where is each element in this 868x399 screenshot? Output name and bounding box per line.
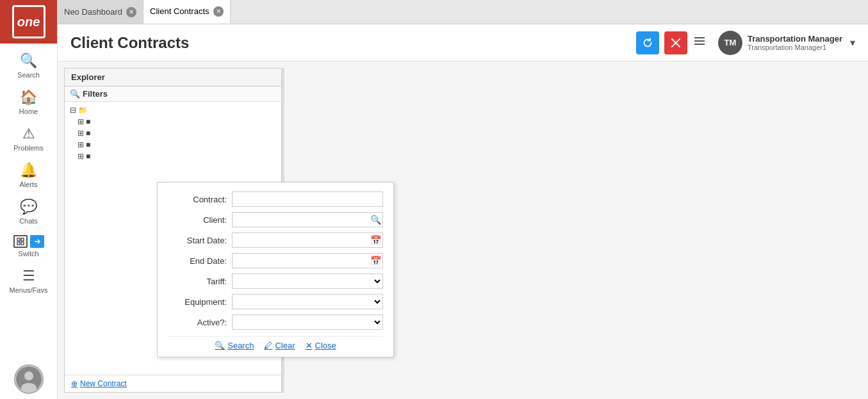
end-date-calendar-icon[interactable]: 📅	[370, 256, 381, 266]
search-filter-label: Search	[227, 341, 254, 350]
tree-sub-icon-4: ■	[86, 152, 90, 161]
main-content: Neo Dashboard ✕ Client Contracts ✕ Clien…	[58, 0, 868, 399]
search-filter-button[interactable]: 🔍 Search	[215, 341, 254, 350]
clear-filter-button[interactable]: 🖊 Clear	[264, 341, 295, 350]
clear-filter-label: Clear	[275, 341, 295, 350]
sidebar-item-chats[interactable]: 💬 Chats	[0, 192, 57, 229]
svg-rect-0	[17, 238, 20, 241]
menu-icon: ☰	[22, 268, 35, 284]
sidebar-item-problems-label: Problems	[13, 144, 43, 152]
switch-box-left	[13, 235, 28, 248]
tree-sub-icon-3: ■	[86, 140, 90, 149]
tab-neo-dashboard-label: Neo Dashboard	[64, 7, 122, 17]
tab-client-contracts-label: Client Contracts	[150, 6, 209, 16]
sidebar-item-search-label: Search	[17, 71, 40, 79]
user-info: TM Transportation Manager Transportation…	[718, 31, 855, 55]
page-title: Client Contracts	[70, 34, 636, 52]
clear-filter-icon: 🖊	[264, 341, 272, 350]
content-area: Explorer 🔍 Filters ⊟ 📁 ⊞ ■ ⊞ ■	[58, 61, 868, 399]
filter-row-equipment: Equipment:	[168, 294, 383, 309]
warning-icon: ⚠	[22, 126, 35, 142]
sidebar-item-alerts-label: Alerts	[19, 181, 37, 188]
tariff-select[interactable]	[232, 273, 383, 289]
new-contract-link[interactable]: ⊕ New Contract	[71, 379, 127, 388]
filter-row-end-date: End Date: 📅	[168, 253, 383, 268]
start-date-input-wrapper: 📅	[232, 232, 383, 248]
user-dropdown-arrow[interactable]: ▾	[850, 37, 855, 49]
sidebar: one 🔍 Search 🏠 Home ⚠ Problems 🔔 Alerts …	[0, 0, 58, 399]
filter-actions: 🔍 Search 🖊 Clear ✕ Close	[168, 336, 383, 350]
home-icon: 🏠	[20, 89, 37, 106]
header-bar: Client Contracts	[58, 24, 868, 61]
filters-label: Filters	[83, 89, 108, 99]
header-actions: TM Transportation Manager Transportation…	[636, 31, 855, 55]
end-date-input-wrapper: 📅	[232, 253, 383, 268]
end-date-input[interactable]	[232, 253, 383, 268]
refresh-button[interactable]	[636, 31, 659, 54]
sidebar-item-alerts[interactable]: 🔔 Alerts	[0, 156, 57, 192]
tree-expand-1: ⊞	[78, 117, 84, 126]
close-button[interactable]	[664, 31, 687, 54]
switch-box-right	[30, 235, 44, 248]
logo-box: one	[12, 5, 45, 38]
start-date-label: Start Date:	[168, 236, 232, 245]
explorer-header: Explorer	[65, 69, 281, 86]
chat-icon: 💬	[20, 199, 37, 215]
svg-rect-3	[21, 242, 24, 245]
sidebar-item-home[interactable]: 🏠 Home	[0, 83, 57, 119]
contract-label: Contract:	[168, 195, 232, 204]
explorer-title: Explorer	[71, 72, 105, 82]
tab-neo-dashboard[interactable]: Neo Dashboard ✕	[58, 0, 143, 24]
equipment-select[interactable]	[232, 294, 383, 309]
tree-expand-2: ⊞	[78, 129, 84, 138]
tab-neo-dashboard-close[interactable]: ✕	[126, 7, 136, 17]
tree-item-4[interactable]: ⊞ ■	[65, 151, 281, 162]
new-contract-label: New Contract	[80, 379, 127, 388]
tree-item-1[interactable]: ⊞ ■	[65, 116, 281, 127]
tree-expand-3: ⊞	[78, 140, 84, 149]
tab-bar: Neo Dashboard ✕ Client Contracts ✕	[58, 0, 868, 24]
client-input[interactable]	[232, 212, 383, 227]
sidebar-item-home-label: Home	[19, 108, 38, 115]
sidebar-item-search[interactable]: 🔍 Search	[0, 46, 57, 83]
avatar[interactable]	[14, 364, 44, 394]
client-search-icon[interactable]: 🔍	[370, 215, 381, 225]
tree-sub-icon-2: ■	[86, 129, 90, 138]
tab-client-contracts[interactable]: Client Contracts ✕	[143, 0, 230, 24]
user-name-block: Transportation Manager Transportation Ma…	[748, 34, 842, 51]
svg-rect-2	[17, 242, 20, 245]
sidebar-item-menus[interactable]: ☰ Menus/Favs	[0, 261, 57, 298]
search-filter-icon: 🔍	[215, 341, 225, 350]
new-contract-plus-icon: ⊕	[71, 379, 78, 388]
equipment-label: Equipment:	[168, 297, 232, 307]
sidebar-item-menus-label: Menus/Favs	[10, 286, 48, 294]
tree-expand-4: ⊞	[78, 152, 84, 161]
contract-input[interactable]	[232, 191, 383, 207]
filter-row-contract: Contract:	[168, 191, 383, 207]
filters-search-icon: 🔍	[70, 89, 80, 99]
start-date-calendar-icon[interactable]: 📅	[370, 235, 381, 245]
tree-item-2[interactable]: ⊞ ■	[65, 127, 281, 139]
start-date-input[interactable]	[232, 232, 383, 248]
user-name-main: Transportation Manager	[748, 34, 842, 44]
bell-icon: 🔔	[20, 162, 37, 179]
tree-folder-icon: 📁	[78, 106, 88, 115]
tab-client-contracts-close[interactable]: ✕	[213, 6, 224, 17]
user-avatar: TM	[718, 31, 742, 55]
active-select[interactable]	[232, 314, 383, 330]
tree-item-3[interactable]: ⊞ ■	[65, 139, 281, 151]
close-filter-button[interactable]: ✕ Close	[306, 341, 336, 350]
filters-bar: 🔍 Filters	[65, 86, 281, 102]
sidebar-item-switch[interactable]: Switch	[0, 229, 57, 261]
filter-row-client: Client: 🔍	[168, 212, 383, 227]
sidebar-item-switch-label: Switch	[18, 250, 38, 257]
tree-collapse-icon: ⊟	[70, 106, 76, 115]
tree-item-root[interactable]: ⊟ 📁	[65, 104, 281, 116]
client-label: Client:	[168, 215, 232, 225]
menu-button[interactable]	[692, 34, 707, 51]
filter-row-active: Active?:	[168, 314, 383, 330]
logo-text: one	[17, 15, 40, 29]
sidebar-item-problems[interactable]: ⚠ Problems	[0, 119, 57, 156]
sidebar-bottom	[0, 364, 57, 399]
logo-area[interactable]: one	[0, 0, 57, 44]
